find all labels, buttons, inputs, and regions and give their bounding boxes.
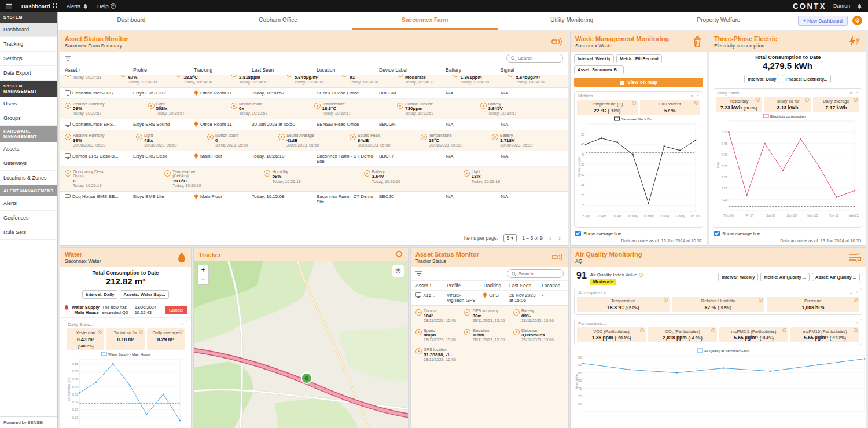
info-icon[interactable]: i xyxy=(632,101,636,105)
info-icon[interactable]: i xyxy=(639,273,643,277)
show-average-checkbox[interactable] xyxy=(575,231,581,236)
chevron-right-icon[interactable]: › xyxy=(557,235,562,242)
filter-chip[interactable]: Assets: Water Sup... xyxy=(120,290,168,299)
sidebar-item[interactable]: Locations & Zones xyxy=(0,171,57,185)
sidebar-item[interactable]: Assets xyxy=(0,142,57,156)
svg-text:Consumption (m³): Consumption (m³) xyxy=(67,378,71,401)
dashboard-tab[interactable]: Property Welfare xyxy=(645,12,792,30)
info-icon[interactable]: i xyxy=(782,328,786,332)
sidebar-item[interactable]: Settings xyxy=(0,52,57,66)
info-icon[interactable]: i xyxy=(759,298,763,302)
info-icon[interactable]: i xyxy=(854,98,858,102)
collapse-icon[interactable]: ^ xyxy=(856,90,858,96)
chart-style-icon[interactable]: ≈ xyxy=(850,90,852,96)
chart-style-icon[interactable]: ≈ xyxy=(691,93,693,98)
device-row[interactable]: Dog House-EMS-BB... Elsys EMS Lite Main … xyxy=(60,192,568,207)
column-header[interactable]: Last Seen xyxy=(509,283,542,288)
chart-style-icon[interactable]: ≈ xyxy=(175,322,178,327)
collapse-icon[interactable]: ^ xyxy=(856,290,858,295)
info-icon[interactable]: i xyxy=(664,298,668,302)
filter-chip[interactable]: Phases: Electricity... xyxy=(782,75,830,83)
user-name[interactable]: Damon xyxy=(833,3,850,9)
info-icon[interactable]: i xyxy=(805,98,809,102)
sidebar-item[interactable]: Gateways xyxy=(0,156,57,171)
sidebar-item[interactable]: Data Export xyxy=(0,66,57,81)
sidebar-item[interactable]: Dashboard xyxy=(0,23,57,37)
dashboard-tab[interactable]: Sacconnex Farm xyxy=(352,12,499,30)
column-header[interactable]: Battery xyxy=(446,67,501,73)
column-header[interactable]: Signal xyxy=(501,67,563,73)
info-icon[interactable]: i xyxy=(179,330,183,334)
dashboard-tab[interactable]: Cobham Office xyxy=(205,12,352,30)
filter-icon[interactable] xyxy=(415,271,422,276)
chart-style-icon[interactable]: ≈ xyxy=(850,321,852,326)
column-header[interactable]: Profile xyxy=(447,283,483,288)
sidebar-item[interactable]: Groups xyxy=(0,111,57,126)
collapse-icon[interactable]: ^ xyxy=(181,322,183,327)
info-icon[interactable]: i xyxy=(694,101,698,105)
pin-icon xyxy=(194,90,198,96)
topbar-nav-alerts[interactable]: Alerts xyxy=(67,3,88,9)
chart-style-icon[interactable]: ≈ xyxy=(850,290,852,295)
notifications-bell-icon[interactable] xyxy=(857,3,862,9)
device-row[interactable]: CobhamOffice-ERS... Elsys ERS Sound Offi… xyxy=(60,119,568,130)
sidebar-item[interactable]: Users xyxy=(0,97,57,111)
sensor-icon xyxy=(421,134,427,140)
filter-chip[interactable]: Asset: Saconnex B... xyxy=(574,65,624,74)
column-header[interactable]: Tracking xyxy=(194,67,252,73)
layers-button[interactable] xyxy=(392,265,404,277)
column-header[interactable]: Location xyxy=(317,67,379,73)
page-size-select[interactable]: 5 ▾ xyxy=(503,234,517,242)
search-input[interactable] xyxy=(518,271,559,276)
column-header[interactable]: Location xyxy=(542,283,564,288)
filter-chip[interactable]: Metric: Fill Percent xyxy=(616,54,662,63)
show-average-checkbox[interactable] xyxy=(714,231,720,236)
sensor-label: Temperature xyxy=(322,102,351,107)
info-icon[interactable]: i xyxy=(640,328,644,332)
sidebar-item[interactable]: Rule Sets xyxy=(0,225,57,240)
collapse-icon[interactable]: ^ xyxy=(856,321,858,326)
gear-icon[interactable]: ⚙ xyxy=(852,16,862,25)
filter-chip[interactable]: Asset: Air Quality ... xyxy=(812,273,860,281)
sensor-readings-row: Relative Humidity 59% Today, 10:30:57 Li… xyxy=(60,99,568,120)
cancel-alert-button[interactable]: Cancel xyxy=(165,306,187,314)
filter-chip[interactable]: Interval: Weekly xyxy=(718,273,758,281)
info-icon[interactable]: i xyxy=(711,328,715,332)
sidebar-item[interactable]: Alerts xyxy=(0,196,57,211)
filter-chip[interactable]: Interval: Daily xyxy=(82,290,117,299)
asset-marker[interactable] xyxy=(301,373,312,383)
topbar-nav-dashboard[interactable]: Dashboard xyxy=(21,3,57,9)
dashboard-tab[interactable]: Dashboard xyxy=(58,12,205,30)
dashboard-tab[interactable]: Utility Monitoring xyxy=(498,12,645,30)
filter-chip[interactable]: Metric: Air Quality ... xyxy=(760,273,810,281)
stat-chip: i mcPM2.5 (Particulates) 5.65 µg/m³ (↑3.… xyxy=(719,327,788,343)
chevron-left-icon[interactable]: ‹ xyxy=(548,235,553,242)
device-row[interactable]: CobhamOffice-ERS... Elsys ERS CO2 Office… xyxy=(60,88,568,99)
column-header[interactable]: Tracking xyxy=(483,283,509,288)
view-on-map-button[interactable]: ▦ View on map xyxy=(574,78,703,87)
filter-chip[interactable]: Interval: Weekly xyxy=(574,54,614,63)
hamburger-icon[interactable] xyxy=(6,3,12,9)
sidebar-item[interactable]: Geofences xyxy=(0,211,57,225)
info-icon[interactable]: i xyxy=(139,330,143,334)
device-row[interactable]: Damon ERS Desk-B... Elsys ERS Desk Main … xyxy=(60,151,568,167)
column-header[interactable]: Device Label xyxy=(379,67,446,73)
filter-icon[interactable] xyxy=(65,56,71,61)
zoom-in-button[interactable]: + xyxy=(198,265,208,275)
new-dashboard-button[interactable]: + New Dashboard xyxy=(798,16,848,26)
filter-chip[interactable]: Interval: Daily xyxy=(744,75,779,83)
column-header[interactable]: Profile xyxy=(133,67,194,73)
zoom-out-button[interactable]: − xyxy=(198,275,208,284)
column-header[interactable]: Asset ↑ xyxy=(65,67,133,73)
topbar-nav-help[interactable]: Help ? xyxy=(97,3,116,9)
device-row[interactable]: X16... Virtual-VigiTech-GPS GPS 28 Nov 2… xyxy=(411,291,568,305)
info-icon[interactable]: i xyxy=(854,328,858,332)
search-input[interactable] xyxy=(518,56,558,61)
info-icon[interactable]: i xyxy=(756,98,760,102)
column-header[interactable]: Last Seen xyxy=(252,67,317,73)
sidebar-item[interactable]: Tracking xyxy=(0,37,57,52)
info-icon[interactable]: i xyxy=(854,298,858,302)
column-header[interactable]: Asset ↑ xyxy=(415,283,447,288)
map[interactable]: + − xyxy=(194,261,408,428)
collapse-icon[interactable]: ^ xyxy=(697,93,699,98)
